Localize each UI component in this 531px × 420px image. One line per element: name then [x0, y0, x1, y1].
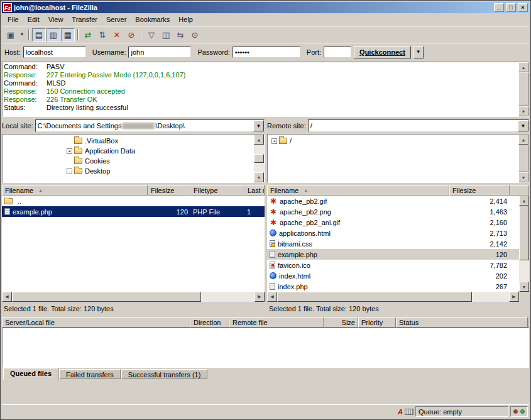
column-priority[interactable]: Priority — [358, 317, 396, 328]
scroll-down-icon[interactable]: ▼ — [518, 172, 528, 182]
file-row[interactable]: applications.html 2,713 — [267, 228, 519, 238]
filter-icon[interactable]: ▽ — [145, 28, 158, 41]
scroll-up-icon[interactable]: ▲ — [518, 62, 528, 72]
password-input[interactable] — [233, 47, 300, 58]
scroll-left-icon[interactable]: ◀ — [267, 292, 277, 302]
maximize-button[interactable]: □ — [506, 3, 516, 12]
tab-successful-transfers[interactable]: Successful transfers (1) — [121, 369, 208, 379]
find-icon[interactable]: ⊙ — [188, 28, 202, 41]
username-input[interactable] — [128, 47, 191, 58]
menu-edit[interactable]: Edit — [23, 14, 44, 25]
file-row[interactable]: apache_pb2_ani.gif 2,160 — [267, 217, 519, 228]
column-status[interactable]: Status — [396, 317, 528, 328]
menu-transfer[interactable]: Transfer — [67, 14, 102, 25]
scroll-right-icon[interactable]: ▶ — [509, 292, 519, 302]
scroll-down-icon[interactable]: ▼ — [518, 106, 528, 116]
site-manager-icon[interactable]: ▣ — [4, 28, 18, 41]
process-queue-icon[interactable]: ⇅ — [96, 28, 109, 41]
tree-item[interactable]: - Desktop — [4, 166, 253, 176]
local-tree-scrollbar[interactable]: ▲ ▼ — [254, 135, 264, 182]
local-hscrollbar[interactable]: ◀ ▶ — [2, 292, 265, 302]
menu-bookmarks[interactable]: Bookmarks — [131, 14, 174, 25]
tree-item[interactable]: + Application Data — [4, 146, 253, 156]
scroll-down-icon[interactable]: ▼ — [254, 172, 264, 182]
file-row[interactable]: .. — [2, 196, 265, 206]
file-row-selected-inactive[interactable]: example.php 120 — [267, 249, 519, 260]
column-filename[interactable]: Filename ▲ — [2, 185, 148, 196]
column-server-local-file[interactable]: Server/Local file — [2, 317, 190, 328]
remote-pane: Remote site: / ▼ + / ▲ ▼ — [267, 119, 529, 314]
site-manager-dropdown-icon[interactable]: ▼ — [18, 28, 26, 41]
php-file-icon — [270, 283, 275, 290]
scroll-left-icon[interactable]: ◀ — [2, 292, 12, 302]
log-line: Command: MLSD — [4, 79, 517, 87]
file-row[interactable]: apache_pb2.png 1,463 — [267, 206, 519, 217]
expand-minus-icon[interactable]: - — [67, 169, 72, 174]
remote-site-combo[interactable]: / ▼ — [308, 119, 529, 132]
menu-help[interactable]: Help — [174, 14, 197, 25]
compare-icon[interactable]: ◫ — [159, 28, 173, 41]
local-list-header: Filename ▲ Filesize Filetype Last modifi… — [2, 185, 265, 196]
combo-dropdown-icon[interactable]: ▼ — [253, 120, 264, 131]
tree-item[interactable]: Cookies — [4, 156, 253, 166]
disconnect-icon[interactable]: ⊘ — [124, 28, 138, 41]
column-filesize[interactable]: Filesize — [449, 185, 510, 196]
apache-file-icon — [270, 208, 277, 216]
column-direction[interactable]: Direction — [190, 317, 229, 328]
sync-browse-icon[interactable]: ⇆ — [173, 28, 187, 41]
scroll-up-icon[interactable]: ▲ — [518, 135, 528, 145]
scroll-up-icon[interactable]: ▲ — [519, 196, 529, 206]
scroll-right-icon[interactable]: ▶ — [255, 292, 265, 302]
menu-file[interactable]: File — [3, 14, 23, 25]
file-row-selected[interactable]: example.php 120 PHP File 1 — [2, 206, 265, 217]
open-folder-icon — [279, 138, 287, 144]
tab-queued-files[interactable]: Queued files — [3, 368, 58, 380]
tab-failed-transfers[interactable]: Failed transfers — [59, 369, 121, 379]
activity-leds — [510, 406, 528, 417]
folder-icon — [74, 168, 82, 174]
quickconnect-button[interactable]: Quickconnect — [354, 46, 411, 58]
column-filesize[interactable]: Filesize — [148, 185, 190, 196]
scroll-up-icon[interactable]: ▲ — [254, 135, 264, 145]
column-last-modified[interactable]: Last modified — [244, 185, 265, 196]
remote-file-list: apache_pb2.gif 2,414 apache_pb2.png 1,46… — [267, 196, 529, 292]
expand-plus-icon[interactable]: + — [67, 148, 72, 154]
toggle-message-log-icon[interactable]: ▤ — [32, 28, 46, 41]
column-remote-file[interactable]: Remote file — [229, 317, 324, 328]
file-row[interactable]: index.html 202 — [267, 270, 519, 281]
remote-hscrollbar[interactable]: ◀ ▶ — [267, 292, 529, 302]
quickconnect-bar: Host: Username: Password: Port: Quickcon… — [2, 43, 529, 60]
menu-server[interactable]: Server — [102, 14, 131, 25]
cancel-icon[interactable]: ✕ — [110, 28, 124, 41]
column-filename[interactable]: Filename ▲ — [267, 185, 449, 196]
window-title: john@localhost - FileZilla — [14, 4, 492, 11]
file-row[interactable]: index.php 267 — [267, 281, 519, 292]
toggle-tree-view-icon[interactable]: ▥ — [47, 28, 60, 41]
close-button[interactable]: × — [518, 3, 528, 12]
column-size[interactable]: Size — [324, 317, 358, 328]
host-input[interactable] — [23, 47, 86, 58]
combo-dropdown-icon[interactable]: ▼ — [518, 120, 528, 131]
queue-status: Queue: empty — [415, 406, 508, 417]
refresh-icon[interactable]: ⇄ — [81, 28, 95, 41]
minimize-button[interactable]: _ — [494, 3, 504, 12]
port-input[interactable] — [324, 47, 351, 58]
remote-list-scrollbar[interactable]: ▲ ▼ — [519, 196, 529, 292]
tree-item[interactable]: + / — [269, 136, 517, 146]
tree-item[interactable]: .VirtualBox — [4, 136, 253, 146]
file-row[interactable]: apache_pb2.gif 2,414 — [267, 196, 519, 206]
menu-view[interactable]: View — [44, 14, 68, 25]
column-filetype[interactable]: Filetype — [190, 185, 244, 196]
php-file-icon — [4, 208, 10, 215]
scroll-down-icon[interactable]: ▼ — [519, 282, 529, 292]
quickconnect-dropdown-icon[interactable]: ▼ — [413, 46, 424, 58]
toggle-queue-view-icon[interactable]: ▦ — [61, 28, 75, 41]
log-line: Command: PASV — [4, 63, 517, 71]
status-bar: A Queue: empty — [2, 404, 529, 418]
local-site-combo[interactable]: C:\Documents and Settings \Desktop\ ▼ — [35, 119, 265, 132]
file-row[interactable]: favicon.ico 7,782 — [267, 260, 519, 270]
expand-plus-icon[interactable]: + — [271, 138, 277, 144]
log-scrollbar[interactable]: ▲ ▼ — [518, 62, 528, 116]
file-row[interactable]: bitnami.css 2,142 — [267, 238, 519, 249]
remote-tree-scrollbar[interactable]: ▲ ▼ — [518, 135, 528, 182]
